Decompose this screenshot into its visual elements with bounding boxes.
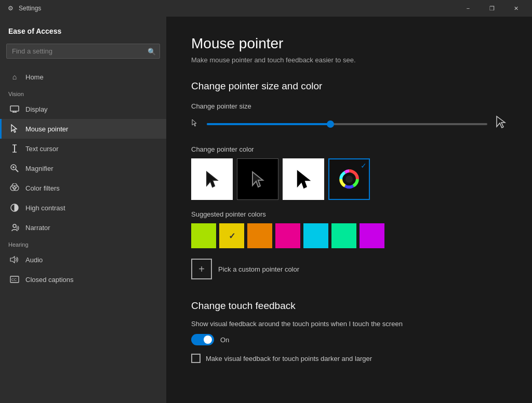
magnifier-icon — [10, 164, 19, 173]
color-option-white[interactable] — [191, 158, 233, 200]
narrator-icon — [10, 223, 19, 232]
search-icon: 🔍 — [148, 47, 156, 55]
close-button[interactable]: ✕ — [504, 0, 528, 17]
app-title: Settings — [19, 5, 41, 12]
white-cursor — [295, 169, 312, 190]
checkbox-label: Make visual feedback for touch points da… — [206, 355, 372, 362]
toggle-on-label: On — [220, 336, 229, 344]
app-container: Ease of Access 🔍 ⌂ Home Vision Display — [0, 17, 532, 403]
sidebar-item-closed-captions[interactable]: CC Closed captions — [0, 270, 166, 289]
touch-feedback-toggle[interactable] — [191, 334, 214, 345]
sidebar-item-label: Narrator — [25, 224, 50, 232]
color-wheel — [339, 169, 360, 190]
vision-section-label: Vision — [0, 87, 166, 99]
sidebar-item-magnifier[interactable]: Magnifier — [0, 158, 166, 178]
color-option-white-cursor[interactable] — [283, 158, 324, 200]
visual-feedback-checkbox-row: Make visual feedback for touch points da… — [191, 354, 507, 363]
sidebar-item-label: Magnifier — [25, 165, 53, 172]
sidebar-item-text-cursor[interactable]: Text cursor — [0, 139, 166, 158]
visual-feedback-checkbox[interactable] — [191, 354, 201, 363]
pointer-size-label: Change pointer size — [191, 102, 507, 110]
page-title: Mouse pointer — [191, 35, 507, 52]
audio-icon — [10, 255, 19, 264]
sidebar-item-color-filters[interactable]: Color filters — [0, 178, 166, 198]
minimize-button[interactable]: − — [456, 0, 480, 17]
sidebar-item-mouse-pointer[interactable]: Mouse pointer — [0, 119, 166, 139]
swatch-yellow[interactable]: ✓ — [219, 223, 244, 248]
sidebar-item-label: Text cursor — [25, 145, 59, 153]
svg-text:CC: CC — [11, 278, 17, 281]
sidebar-item-home[interactable]: ⌂ Home — [0, 67, 166, 87]
content-area: Mouse pointer Make mouse pointer and tou… — [166, 17, 532, 403]
page-subtitle: Make mouse pointer and touch feedback ea… — [191, 56, 507, 64]
titlebar-left: ⚙ Settings — [6, 4, 41, 12]
svg-line-8 — [16, 169, 18, 172]
sidebar: Ease of Access 🔍 ⌂ Home Vision Display — [0, 17, 166, 403]
titlebar-controls: − ❒ ✕ — [456, 0, 528, 17]
search-container: 🔍 — [6, 44, 160, 59]
sidebar-item-display[interactable]: Display — [0, 99, 166, 119]
cursor-on-black — [250, 170, 265, 189]
pointer-size-slider-container — [191, 115, 507, 133]
display-icon — [10, 104, 19, 114]
sidebar-item-label: Closed captions — [25, 276, 74, 284]
swatch-purple[interactable] — [360, 223, 384, 248]
cursor-small-icon — [191, 118, 198, 130]
svg-point-21 — [345, 176, 353, 183]
svg-point-16 — [13, 224, 16, 227]
sidebar-header: Ease of Access — [0, 17, 166, 39]
search-input[interactable] — [6, 44, 160, 59]
svg-rect-0 — [10, 106, 19, 111]
sidebar-item-label: Audio — [25, 256, 43, 264]
swatch-cyan[interactable] — [303, 223, 328, 248]
swatch-green[interactable] — [331, 223, 356, 248]
settings-icon: ⚙ — [6, 4, 15, 12]
pick-custom-container: + Pick a custom pointer color — [191, 259, 507, 279]
sidebar-item-narrator[interactable]: Narrator — [0, 218, 166, 237]
text-cursor-icon — [10, 144, 19, 153]
swatch-orange[interactable] — [247, 223, 272, 248]
suggested-colors-label: Suggested pointer colors — [191, 210, 507, 218]
cursor-large-icon — [496, 115, 507, 133]
sidebar-item-high-contrast[interactable]: High contrast — [0, 198, 166, 218]
toggle-thumb — [204, 335, 212, 344]
size-slider-thumb[interactable] — [327, 120, 334, 128]
high-contrast-icon — [10, 203, 19, 212]
size-slider-track[interactable] — [207, 123, 487, 125]
color-filters-icon — [10, 183, 19, 193]
sidebar-item-label: Display — [25, 105, 48, 113]
section2-title: Change touch feedback — [191, 300, 507, 312]
suggested-colors: ✓ — [191, 223, 507, 248]
mouse-pointer-icon — [10, 124, 19, 133]
swatch-yellow-green[interactable] — [191, 223, 216, 248]
sidebar-item-label: High contrast — [25, 204, 65, 212]
maximize-button[interactable]: ❒ — [480, 0, 504, 17]
color-option-custom[interactable]: ✓ — [328, 158, 370, 200]
closed-captions-icon: CC — [10, 275, 19, 284]
color-options: ✓ — [191, 158, 507, 200]
cursor-on-white — [205, 170, 219, 189]
sidebar-item-label: Color filters — [25, 184, 60, 192]
titlebar: ⚙ Settings − ❒ ✕ — [0, 0, 532, 17]
section1-title: Change pointer size and color — [191, 80, 507, 92]
svg-marker-17 — [10, 257, 15, 263]
touch-feedback-desc: Show visual feedback around the touch po… — [191, 320, 507, 328]
swatch-selected-check: ✓ — [229, 231, 235, 241]
sidebar-item-audio[interactable]: Audio — [0, 250, 166, 270]
home-icon: ⌂ — [10, 72, 19, 82]
hearing-section-label: Hearing — [0, 237, 166, 250]
pick-custom-button[interactable]: + — [191, 259, 212, 279]
sidebar-item-label: Home — [25, 73, 44, 81]
size-slider-fill — [207, 123, 330, 125]
color-option-black[interactable] — [237, 158, 278, 200]
custom-selected-check: ✓ — [361, 162, 367, 170]
pointer-color-label: Change pointer color — [191, 145, 507, 153]
sidebar-item-label: Mouse pointer — [25, 125, 68, 133]
touch-feedback-toggle-row: On — [191, 334, 507, 345]
pick-custom-label: Pick a custom pointer color — [218, 265, 299, 273]
swatch-pink[interactable] — [275, 223, 300, 248]
